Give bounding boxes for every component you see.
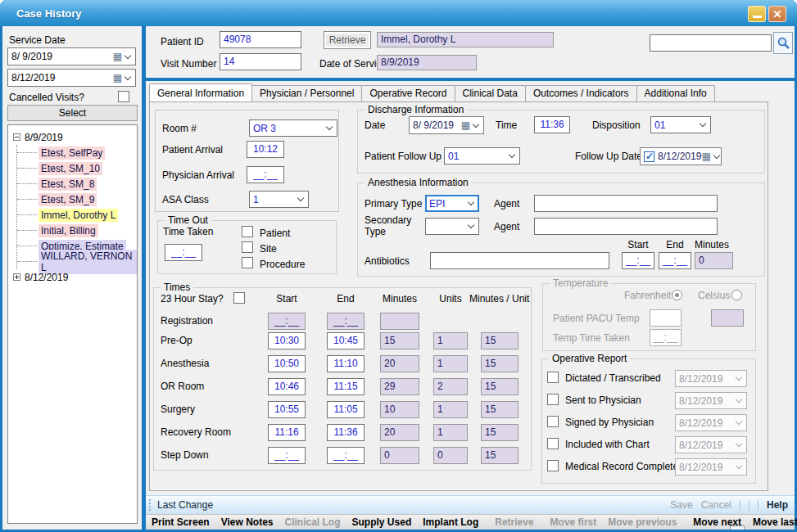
tab-operative-record[interactable]: Operative Record <box>361 85 455 101</box>
tab-outcomes-indicators[interactable]: Outcomes / Indicators <box>525 85 637 101</box>
tab-physician-personnel[interactable]: Physician / Personnel <box>251 85 362 101</box>
operative-report-checkbox[interactable] <box>547 372 559 383</box>
antibiotics-start-input[interactable]: __:__ <box>622 252 654 269</box>
expand-icon[interactable] <box>13 273 20 281</box>
tree-node[interactable]: 8/9/2019 <box>8 129 137 145</box>
operative-report-checkbox[interactable] <box>547 394 559 405</box>
pre-op-units-field: 1 <box>433 332 468 349</box>
pre-op-start-input[interactable]: 10:30 <box>268 332 306 349</box>
close-button[interactable]: ✕ <box>768 6 786 22</box>
temp-time-taken-input[interactable]: __:__ <box>650 329 682 346</box>
agent2-input[interactable] <box>534 218 718 235</box>
operative-report-date-select[interactable]: 8/12/2019 <box>675 370 747 387</box>
toolbar-print-screen-button[interactable]: Print Screen <box>146 516 215 528</box>
celsius-radio[interactable] <box>731 290 742 300</box>
operative-report-row: Sent to Physician8/12/2019 <box>542 392 755 409</box>
time-out-checkbox[interactable] <box>242 241 253 253</box>
select-button[interactable]: Select <box>7 105 138 121</box>
anesthesia-start-header: Start <box>622 239 654 250</box>
follow-up-date-picker[interactable]: 8/12/2019 ▦ <box>640 147 722 165</box>
antibiotics-input[interactable] <box>430 252 609 269</box>
anesthesia-mpu-field: 15 <box>481 355 519 372</box>
discharge-title: Discharge Information <box>365 104 467 115</box>
chevron-down-icon <box>468 199 474 205</box>
toolbar-supply-used-button[interactable]: Supply Used <box>346 516 418 528</box>
tree-item[interactable]: Etest, SM_10 <box>17 160 137 176</box>
surgery-end-input[interactable]: 11:05 <box>327 401 365 418</box>
chevron-down-icon <box>736 374 742 381</box>
asa-class-select[interactable]: 1 <box>249 191 309 208</box>
recovery-room-end-input[interactable]: 11:36 <box>327 424 365 441</box>
recovery-room-start-input[interactable]: 11:16 <box>268 424 306 441</box>
time-out-checkbox[interactable] <box>242 257 253 268</box>
pacu-temp-input[interactable] <box>650 309 682 327</box>
time-out-checkbox[interactable] <box>242 226 253 237</box>
times-title: Times <box>161 282 193 293</box>
follow-up-date-checkbox[interactable] <box>644 151 654 162</box>
service-date-from-picker[interactable]: 8/ 9/2019 ▦ <box>7 47 136 65</box>
patient-follow-up-select[interactable]: 01 <box>444 147 520 165</box>
retrieve-button[interactable]: Retrieve <box>324 31 371 49</box>
toolbar-move-last-button[interactable]: Move last <box>747 516 797 528</box>
discharge-time-input[interactable]: 11:36 <box>534 116 570 133</box>
operative-report-date-select[interactable]: 8/12/2019 <box>675 458 747 476</box>
operative-report-date-select[interactable]: 8/12/2019 <box>675 436 747 453</box>
toolbar-implant-log-button[interactable]: Implant Log <box>417 516 484 528</box>
antibiotics-end-input[interactable]: __:__ <box>659 252 691 269</box>
room-select[interactable]: OR 3 <box>249 119 337 137</box>
collapse-icon[interactable] <box>13 133 20 141</box>
pre-op-end-input[interactable]: 10:45 <box>327 332 365 349</box>
tree-node-label: 8/12/2019 <box>25 272 68 283</box>
visit-number-input[interactable]: 14 <box>220 53 301 70</box>
tree-item[interactable]: Immel, Dorothy L <box>17 207 137 223</box>
cancel-button[interactable]: Cancel <box>701 499 731 511</box>
toolbar-view-notes-button[interactable]: View Notes <box>215 516 279 528</box>
tree-node[interactable]: 8/12/2019 <box>8 269 137 285</box>
times-row-label: Step Down <box>161 449 209 461</box>
operative-report-checkbox[interactable] <box>547 438 559 449</box>
tree-item-label: Etest, SM_10 <box>38 162 102 175</box>
tree-item[interactable]: Etest, SM_9 <box>17 192 137 207</box>
time-out-title: Time Out <box>165 214 211 226</box>
step-down-start-input[interactable]: __:__ <box>268 447 306 464</box>
chevron-down-icon <box>736 418 742 425</box>
surgery-start-input[interactable]: 10:55 <box>268 401 306 418</box>
tree-item[interactable]: Etest, SM_8 <box>17 176 137 192</box>
help-button[interactable]: Help <box>767 499 788 511</box>
service-date-to-picker[interactable]: 8/12/2019 ▦ <box>7 69 136 87</box>
discharge-date-picker[interactable]: 8/ 9/2019 ▦ <box>409 116 484 134</box>
search-input[interactable] <box>650 34 772 52</box>
physician-arrival-input[interactable]: __:__ <box>247 166 284 183</box>
stay-checkbox[interactable] <box>233 292 245 304</box>
or-room-end-input[interactable]: 11:15 <box>327 378 365 395</box>
tree-item[interactable]: Etest, SelfPay <box>17 145 137 160</box>
operative-report-date-select[interactable]: 8/12/2019 <box>675 414 747 431</box>
operative-report-checkbox[interactable] <box>547 416 559 427</box>
disposition-select[interactable]: 01 <box>650 116 711 133</box>
discharge-group: Discharge Information Date 8/ 9/2019 ▦ T… <box>357 110 765 174</box>
tree-item[interactable]: Initial, Billing <box>17 223 137 238</box>
search-button[interactable] <box>773 32 793 54</box>
time-taken-input[interactable]: __:__ <box>165 244 202 261</box>
tab-additional-info[interactable]: Additional Info <box>636 85 715 101</box>
fahrenheit-radio[interactable] <box>672 290 682 300</box>
anesthesia-start-input[interactable]: 10:50 <box>268 355 306 372</box>
patient-arrival-input[interactable]: 10:12 <box>247 141 284 158</box>
status-bar: Last Change Save Cancel Help <box>146 495 795 514</box>
tab-general-information[interactable]: General Information <box>149 83 252 101</box>
operative-report-title: Operative Report <box>549 353 630 364</box>
patient-id-input[interactable]: 49078 <box>220 31 301 48</box>
minimize-button[interactable] <box>748 6 766 22</box>
operative-report-checkbox[interactable] <box>547 460 559 471</box>
tree-item[interactable]: WILLARD, VERNON L <box>17 254 137 269</box>
primary-type-select[interactable]: EPI <box>425 195 479 212</box>
or-room-start-input[interactable]: 10:46 <box>268 378 306 395</box>
cancelled-visits-checkbox[interactable] <box>118 91 129 102</box>
anesthesia-end-input[interactable]: 11:10 <box>327 355 365 372</box>
operative-report-date-select[interactable]: 8/12/2019 <box>675 392 747 409</box>
secondary-type-select[interactable] <box>425 218 479 235</box>
agent1-input[interactable] <box>534 195 718 212</box>
step-down-end-input[interactable]: __:__ <box>327 447 365 464</box>
tab-clinical-data[interactable]: Clinical Data <box>455 85 526 101</box>
save-button[interactable]: Save <box>670 499 692 511</box>
